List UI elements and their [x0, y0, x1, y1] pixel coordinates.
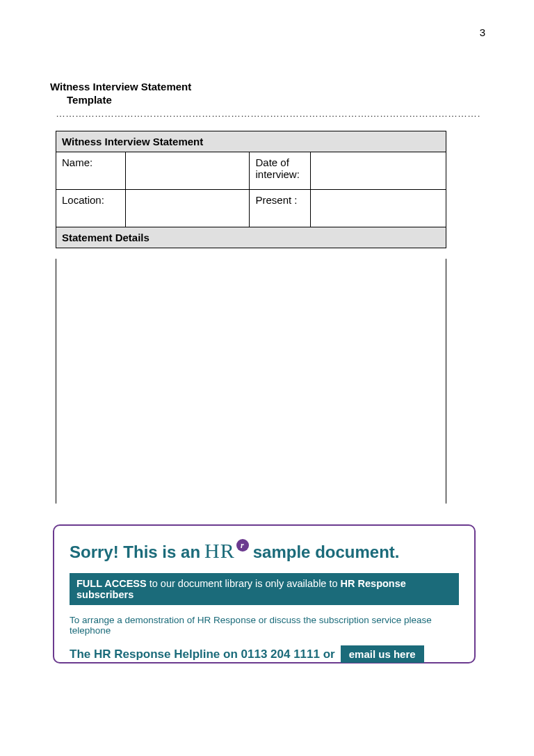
access-bold1: FULL ACCESS — [76, 578, 147, 589]
date-label: Date of interview: — [250, 152, 311, 190]
name-label: Name: — [56, 152, 126, 190]
hr-logo: HR r — [204, 538, 249, 563]
form-row-name: Name: Date of interview: — [56, 152, 446, 190]
statement-details-area — [56, 259, 446, 504]
name-value — [125, 152, 250, 190]
demo-text: To arrange a demonstration of HR Respons… — [70, 615, 459, 636]
email-us-button[interactable]: email us here — [341, 645, 424, 663]
present-value — [311, 190, 446, 227]
dotted-separator: …………………………………………………………………………………….…………………… — [56, 108, 480, 119]
hr-logo-badge-icon: r — [236, 539, 249, 552]
promo-headline: Sorry! This is an HR r sample document. — [70, 538, 459, 563]
promo-headline-b: sample document. — [253, 542, 400, 563]
section-header-row: Statement Details — [56, 227, 446, 248]
page-number: 3 — [480, 26, 485, 38]
document-title: Witness Interview Statement — [50, 81, 191, 93]
form-header: Witness Interview Statement — [56, 131, 446, 152]
hr-logo-text: HR — [204, 538, 235, 563]
promo-box: Sorry! This is an HR r sample document. … — [53, 524, 476, 663]
statement-details-header: Statement Details — [56, 227, 446, 248]
location-label: Location: — [56, 190, 126, 227]
helpline-row: The HR Response Helpline on 0113 204 111… — [70, 645, 459, 663]
date-value — [311, 152, 446, 190]
location-value — [125, 190, 250, 227]
form-header-row: Witness Interview Statement — [56, 131, 446, 152]
promo-headline-a: Sorry! This is an — [70, 542, 200, 563]
helpline-text: The HR Response Helpline on 0113 204 111… — [70, 648, 335, 661]
form-row-location: Location: Present : — [56, 190, 446, 227]
access-mid: to our document library is only availabl… — [147, 578, 341, 589]
access-bar: FULL ACCESS to our document library is o… — [70, 573, 459, 605]
document-subtitle: Template — [67, 94, 112, 106]
witness-form-table: Witness Interview Statement Name: Date o… — [56, 131, 446, 248]
present-label: Present : — [250, 190, 311, 227]
